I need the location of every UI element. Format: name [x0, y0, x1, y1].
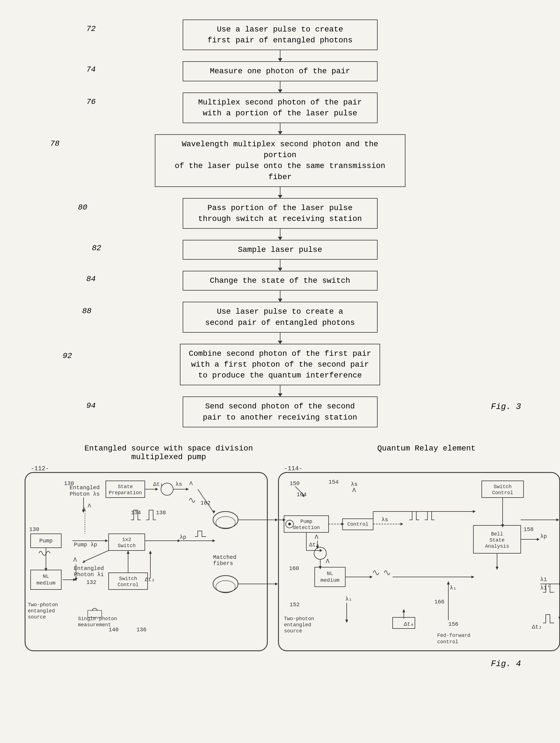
step-92-text2: with a first photon of the second pair	[191, 360, 369, 369]
svg-text:152: 152	[290, 602, 299, 608]
step-82-box: Sample laser pulse	[183, 240, 378, 260]
svg-text:Switch: Switch	[119, 576, 137, 581]
step-72-label: 72	[86, 25, 96, 33]
flowchart-fig3: 72 Use a laser pulse to create first pai…	[22, 19, 538, 427]
step-80-label: 80	[78, 203, 87, 212]
fig4-right-title: Quantum Relay element	[377, 444, 476, 461]
svg-text:Two-photon: Two-photon	[28, 602, 58, 608]
svg-marker-125	[319, 566, 322, 569]
svg-marker-105	[556, 519, 559, 521]
svg-text:source: source	[284, 628, 302, 634]
svg-text:140: 140	[108, 626, 119, 633]
arrow-82-84	[280, 260, 280, 271]
svg-marker-32	[105, 539, 108, 542]
left-box-label: -112-	[31, 465, 49, 472]
fig3-label: Fig. 3	[491, 402, 521, 411]
arrow-78-80	[280, 187, 280, 198]
step-80-text1: Pass portion of the laser pulse	[207, 204, 353, 212]
flow-row-82: 82 Sample laser pulse	[22, 240, 538, 260]
step-94-box: Send second photon of the second pair to…	[183, 396, 378, 427]
svg-text:160: 160	[289, 565, 299, 572]
step-74-label: 74	[86, 65, 96, 74]
svg-text:Λ: Λ	[82, 507, 86, 514]
page: 72 Use a laser pulse to create first pai…	[0, 0, 560, 743]
step-94-label: 94	[86, 401, 96, 410]
svg-text:Single-photon: Single-photon	[78, 616, 117, 621]
svg-text:Photon λs: Photon λs	[69, 491, 100, 497]
svg-text:Preparation: Preparation	[109, 490, 142, 495]
svg-line-74	[198, 489, 213, 512]
svg-marker-145	[370, 576, 373, 578]
svg-text:Λ: Λ	[326, 558, 330, 565]
arrow-80-82	[280, 229, 280, 240]
svg-text:Pump λp: Pump λp	[74, 541, 97, 548]
svg-text:136: 136	[136, 626, 146, 633]
flow-row-88: 88 Use laser pulse to create a second pa…	[22, 302, 538, 332]
svg-text:fibers: fibers	[213, 560, 233, 567]
svg-text:Control: Control	[492, 490, 513, 495]
arrow-74-76	[280, 81, 280, 92]
svg-text:158: 158	[523, 526, 533, 533]
svg-text:Λ: Λ	[88, 502, 91, 509]
svg-text:Λ: Λ	[189, 480, 193, 487]
flow-row-80: 80 Pass portion of the laser pulse throu…	[22, 198, 538, 229]
svg-text:λs: λs	[351, 481, 358, 487]
svg-text:156: 156	[448, 621, 458, 627]
svg-text:1x2: 1x2	[122, 537, 131, 542]
arrow-92-94	[280, 385, 280, 396]
step-78-text2: of the laser pulse onto the same transmi…	[175, 162, 385, 181]
svg-text:Δt₂: Δt₂	[145, 576, 155, 583]
step-72-text1: Use a laser pulse to create	[217, 25, 343, 34]
svg-rect-5	[31, 570, 61, 589]
svg-text:Analysis: Analysis	[485, 543, 509, 549]
step-78-label: 78	[50, 139, 59, 148]
svg-text:measurement: measurement	[78, 622, 111, 628]
svg-text:Control: Control	[118, 582, 139, 587]
svg-text:130: 130	[29, 526, 39, 533]
step-88-label: 88	[82, 307, 92, 315]
svg-text:State: State	[118, 484, 133, 489]
step-82-text1: Sample laser pulse	[238, 246, 322, 254]
svg-text:State: State	[489, 537, 505, 543]
svg-text:166: 166	[434, 599, 445, 605]
svg-text:source: source	[28, 614, 46, 620]
svg-text:λs: λs	[176, 481, 182, 487]
fig4-diagram: -112- -114- Pump 130 NL medium Two-photo…	[22, 464, 538, 669]
svg-text:Two-photon: Two-photon	[284, 616, 314, 621]
svg-text:control: control	[437, 639, 458, 645]
svg-text:Photon λi: Photon λi	[74, 571, 104, 578]
svg-text:130: 130	[64, 480, 74, 487]
step-84-text1: Change the state of the switch	[210, 276, 350, 285]
arrow-76-78	[280, 123, 280, 134]
svg-marker-26	[186, 488, 189, 491]
step-78-box: Wavelength multiplex second photon and t…	[155, 134, 406, 187]
svg-text:λ1': λ1'	[540, 585, 550, 591]
svg-text:Λ: Λ	[73, 557, 77, 564]
arrow-72-74	[280, 50, 280, 61]
svg-text:Pump: Pump	[300, 519, 312, 524]
step-72-text2: first pair of entangled photons	[207, 36, 353, 45]
svg-text:Switch: Switch	[118, 543, 136, 549]
svg-point-123	[314, 547, 326, 559]
flow-row-76: 76 Multiplex second photon of the pair w…	[22, 92, 538, 123]
svg-text:medium: medium	[321, 577, 339, 583]
svg-marker-158	[320, 549, 322, 552]
svg-marker-160	[447, 581, 450, 584]
svg-text:Λ: Λ	[352, 487, 356, 494]
svg-text:154: 154	[329, 479, 339, 485]
step-94-text2: pair to another receiving station	[203, 413, 357, 422]
svg-marker-77	[213, 539, 215, 542]
svg-text:λ₁: λ₁	[450, 585, 456, 591]
fig4-section: Entangled source with space division mul…	[22, 444, 538, 669]
svg-marker-75	[212, 511, 215, 514]
flow-row-94: 94 Send second photon of the second pair…	[22, 396, 538, 427]
svg-marker-48	[127, 551, 130, 554]
svg-marker-147	[471, 576, 474, 578]
svg-marker-116	[401, 523, 403, 525]
step-94-text1: Send second photon of the second	[205, 402, 355, 411]
svg-text:Entangled: Entangled	[69, 484, 100, 491]
step-82-label: 82	[92, 244, 101, 252]
svg-line-39	[84, 551, 108, 562]
svg-point-72	[216, 580, 235, 593]
svg-text:138: 138	[156, 510, 166, 516]
